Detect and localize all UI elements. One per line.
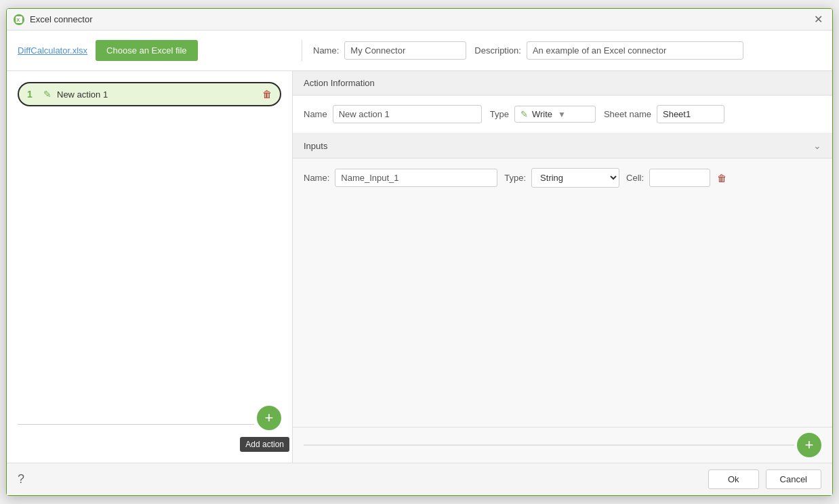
right-add-divider: [304, 445, 794, 446]
cancel-button[interactable]: Cancel: [766, 469, 821, 489]
top-bar-right: Name: Description:: [313, 41, 821, 60]
pencil-icon: ✎: [43, 89, 52, 100]
type-select-wrapper[interactable]: ✎ Write Read ▼: [514, 106, 596, 123]
action-name: New action 1: [57, 89, 257, 100]
connector-name-input[interactable]: [344, 41, 466, 60]
svg-text:X: X: [16, 17, 20, 23]
right-add-row: +: [293, 427, 832, 463]
type-select[interactable]: Write Read: [532, 109, 554, 119]
action-number: 1: [27, 89, 38, 100]
input-name-field: Name:: [304, 169, 497, 187]
sheet-name-select[interactable]: Sheet1: [657, 105, 724, 123]
input-type-select[interactable]: String Number Boolean Date: [531, 168, 619, 188]
input-cell-input[interactable]: [649, 169, 710, 187]
description-field-group: Description:: [474, 41, 743, 60]
add-action-tooltip: Add action: [240, 437, 289, 452]
right-panel: Action Information Name Type ✎: [293, 71, 832, 463]
help-icon[interactable]: ?: [18, 472, 24, 486]
write-pencil-icon: ✎: [520, 109, 528, 119]
action-info-form-row: Name Type ✎ Write Read ▼: [304, 105, 821, 123]
main-content: 1 ✎ New action 1 🗑 + Add action Action I…: [7, 71, 832, 463]
action-name-label: Name: [304, 109, 327, 119]
top-bar-left: DiffCalculator.xlsx Choose an Excel file: [18, 40, 302, 61]
title-bar: X Excel connector ✕: [7, 9, 832, 30]
footer: ? Ok Cancel: [7, 463, 832, 495]
name-field-group: Name:: [313, 41, 466, 60]
footer-buttons: Ok Cancel: [708, 469, 821, 489]
inputs-header: Inputs ⌄: [293, 133, 832, 159]
add-action-row: +: [7, 406, 292, 430]
right-panel-inner: Action Information Name Type ✎: [293, 71, 832, 463]
choose-excel-button[interactable]: Choose an Excel file: [96, 40, 198, 61]
excel-connector-dialog: X Excel connector ✕ DiffCalculator.xlsx …: [6, 8, 833, 496]
sheet-name-field: Sheet name Sheet1: [604, 105, 724, 123]
action-info-title: Action Information: [304, 78, 375, 88]
inputs-title: Inputs: [304, 141, 327, 151]
input-cell-label: Cell:: [626, 173, 644, 183]
file-link[interactable]: DiffCalculator.xlsx: [18, 45, 87, 56]
add-action-button[interactable]: +: [257, 406, 281, 430]
inputs-chevron-icon[interactable]: ⌄: [813, 140, 821, 151]
inputs-spacer: [293, 197, 832, 427]
action-item[interactable]: 1 ✎ New action 1 🗑: [18, 82, 281, 106]
type-select-chevron: ▼: [558, 110, 566, 119]
connector-description-input[interactable]: [527, 41, 743, 60]
input-type-label: Type:: [504, 173, 526, 183]
inputs-section: Inputs ⌄ Name: Type: Str: [293, 133, 832, 463]
delete-action-icon[interactable]: 🗑: [262, 89, 272, 100]
input-name-label: Name:: [304, 173, 329, 183]
app-icon: X: [14, 14, 24, 25]
delete-input-icon[interactable]: 🗑: [717, 173, 727, 184]
name-label: Name:: [313, 45, 339, 56]
action-info-body: Name Type ✎ Write Read ▼: [293, 96, 832, 133]
input-row: Name: Type: String Number Boolean Date: [304, 168, 821, 188]
top-bar: DiffCalculator.xlsx Choose an Excel file…: [7, 30, 832, 71]
input-name-input[interactable]: [335, 169, 497, 187]
action-type-label: Type: [490, 109, 509, 119]
close-button[interactable]: ✕: [811, 13, 825, 26]
ok-button[interactable]: Ok: [708, 469, 759, 489]
add-input-button[interactable]: +: [797, 433, 821, 457]
left-panel: 1 ✎ New action 1 🗑 + Add action: [7, 71, 293, 463]
dialog-title: Excel connector: [30, 14, 93, 24]
action-type-field: Type ✎ Write Read ▼: [490, 106, 596, 123]
inputs-body: Name: Type: String Number Boolean Date: [293, 159, 832, 197]
input-cell-field: Cell:: [626, 169, 710, 187]
sheet-name-label: Sheet name: [604, 109, 651, 119]
input-type-field: Type: String Number Boolean Date: [504, 168, 619, 188]
action-info-header: Action Information: [293, 71, 832, 96]
title-bar-left: X Excel connector: [14, 14, 93, 25]
action-name-field: Name: [304, 105, 482, 123]
action-name-input[interactable]: [333, 105, 482, 123]
description-label: Description:: [474, 45, 521, 56]
